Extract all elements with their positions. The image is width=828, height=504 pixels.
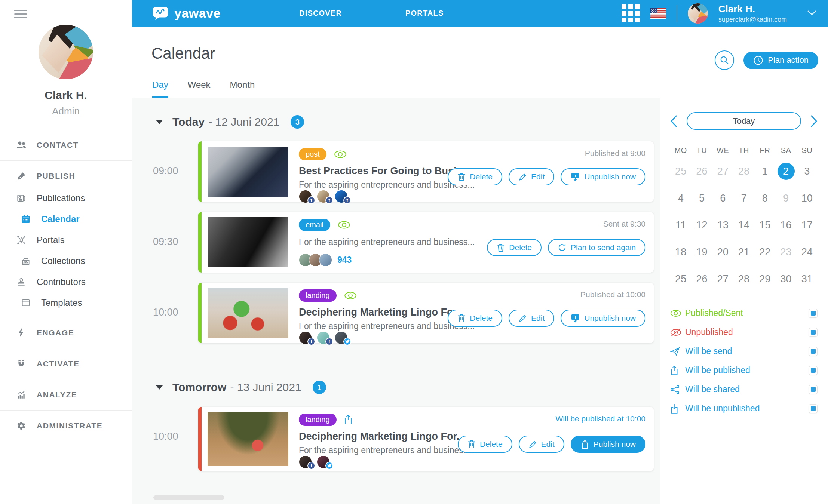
hamburger-menu-icon[interactable] [14,10,27,20]
avatar[interactable]: f [299,331,312,344]
calendar-day[interactable]: 6 [712,185,733,212]
sidebar-item-engage[interactable]: ENGAGE [0,321,132,344]
calendar-day[interactable]: 19 [691,239,712,265]
sidebar-item-calendar[interactable]: Calendar [0,209,132,230]
calendar-day[interactable]: 4 [670,185,691,212]
calendar-day[interactable]: 17 [797,212,818,239]
horizontal-scrollbar-thumb[interactable] [153,495,224,500]
delete-button[interactable]: Delete [448,310,502,327]
plan-to-send-again-button[interactable]: Plan to send again [548,239,645,256]
facebook-badge-icon: f [343,196,351,204]
calendar-day[interactable]: 26 [691,158,712,185]
calendar-day[interactable]: 29 [754,265,775,292]
sidebar-item-portals[interactable]: Portals [0,230,132,251]
sidebar-item-publish[interactable]: PUBLISH [0,165,132,188]
legend-checkbox[interactable] [809,347,818,356]
collapse-caret-icon[interactable] [156,385,163,390]
edit-button[interactable]: Edit [509,168,554,185]
calendar-day-selected[interactable]: 2 [775,158,796,185]
event-card[interactable]: post Best Practices For Going to Busines… [198,141,654,202]
calendar-day[interactable]: 27 [712,265,733,292]
apps-grid-icon[interactable] [622,4,640,22]
search-button[interactable] [715,50,734,70]
avatar[interactable]: f [335,190,348,203]
calendar-day[interactable]: 26 [691,265,712,292]
nav-portals[interactable]: PORTALS [405,9,444,18]
sidebar-item-administrate[interactable]: ADMINISTRATE [0,414,132,437]
calendar-day[interactable]: 22 [754,239,775,265]
delete-button[interactable]: Delete [487,239,542,256]
avatar[interactable]: f [317,190,330,203]
calendar-day[interactable]: 1 [754,158,775,185]
avatar[interactable]: f [317,331,330,344]
legend-checkbox[interactable] [809,309,818,318]
tab-day[interactable]: Day [152,80,168,98]
today-button[interactable]: Today [687,112,801,130]
delete-button[interactable]: Delete [458,436,512,453]
edit-button[interactable]: Edit [509,310,554,327]
calendar-day[interactable]: 24 [797,239,818,265]
legend-checkbox[interactable] [809,404,818,413]
calendar-day[interactable]: 28 [733,265,754,292]
prev-month-chevron-icon[interactable] [670,115,678,127]
chevron-down-icon[interactable] [807,10,817,17]
sidebar-item-contact[interactable]: CONTACT [0,133,132,157]
calendar-day[interactable]: 31 [797,265,818,292]
calendar-day[interactable]: 5 [691,185,712,212]
sidebar-item-publications[interactable]: Publications [0,188,132,209]
calendar-day[interactable]: 3 [797,158,818,185]
next-month-chevron-icon[interactable] [810,115,818,127]
avatar[interactable]: f [299,455,312,468]
calendar-day[interactable]: 30 [775,265,796,292]
event-card[interactable]: landing Deciphering Marketing Lingo For.… [198,407,654,471]
calendar-day[interactable]: 11 [670,212,691,239]
edit-button[interactable]: Edit [519,436,564,453]
calendar-day[interactable]: 16 [775,212,796,239]
calendar-day[interactable]: 8 [754,185,775,212]
avatar[interactable] [335,331,348,344]
avatar[interactable]: f [299,190,312,203]
avatar[interactable] [319,253,332,267]
calendar-day[interactable]: 23 [775,239,796,265]
sidebar-item-analyze[interactable]: ANALYZE [0,383,132,406]
calendar-day[interactable]: 18 [670,239,691,265]
calendar-day[interactable]: 7 [733,185,754,212]
sidebar-item-contributors[interactable]: Contributors [0,271,132,292]
calendar-day[interactable]: 9 [775,185,796,212]
sidebar-item-activate[interactable]: ACTIVATE [0,352,132,375]
calendar-day[interactable]: 14 [733,212,754,239]
calendar-day[interactable]: 28 [733,158,754,185]
tab-month[interactable]: Month [230,80,255,98]
collapse-caret-icon[interactable] [156,120,163,124]
calendar-day[interactable]: 10 [797,185,818,212]
legend-checkbox[interactable] [809,328,818,337]
tab-week[interactable]: Week [188,80,211,98]
publish-now-button[interactable]: Publish now [571,436,645,453]
user-avatar[interactable] [688,3,708,24]
event-title[interactable]: Deciphering Marketing Lingo For... [299,431,475,442]
calendar-day[interactable]: 21 [733,239,754,265]
brand-logo[interactable]: yawave [153,6,221,21]
event-card[interactable]: email For the aspiring entrepreneurs and… [198,212,654,273]
unpublish-now-button[interactable]: Unpublish now [561,168,645,185]
plan-action-button[interactable]: Plan action [743,52,818,69]
us-flag-icon[interactable] [650,8,666,19]
nav-discover[interactable]: DISCOVER [299,9,342,18]
user-menu[interactable]: Clark H. superclark@kadin.com [718,3,787,24]
avatar[interactable] [317,455,330,468]
calendar-day[interactable]: 25 [670,158,691,185]
calendar-day[interactable]: 13 [712,212,733,239]
legend-checkbox[interactable] [809,385,818,394]
calendar-day[interactable]: 20 [712,239,733,265]
legend-checkbox[interactable] [809,366,818,375]
unpublish-now-button[interactable]: Unpublish now [561,310,645,327]
reach-count[interactable]: 943 [337,255,352,265]
calendar-day[interactable]: 25 [670,265,691,292]
calendar-day[interactable]: 15 [754,212,775,239]
sidebar-item-collections[interactable]: Collections [0,251,132,271]
sidebar-item-templates[interactable]: Templates [0,292,132,313]
delete-button[interactable]: Delete [448,168,502,185]
calendar-day[interactable]: 12 [691,212,712,239]
calendar-day[interactable]: 27 [712,158,733,185]
event-card[interactable]: landing Deciphering Marketing Lingo For.… [198,283,654,343]
